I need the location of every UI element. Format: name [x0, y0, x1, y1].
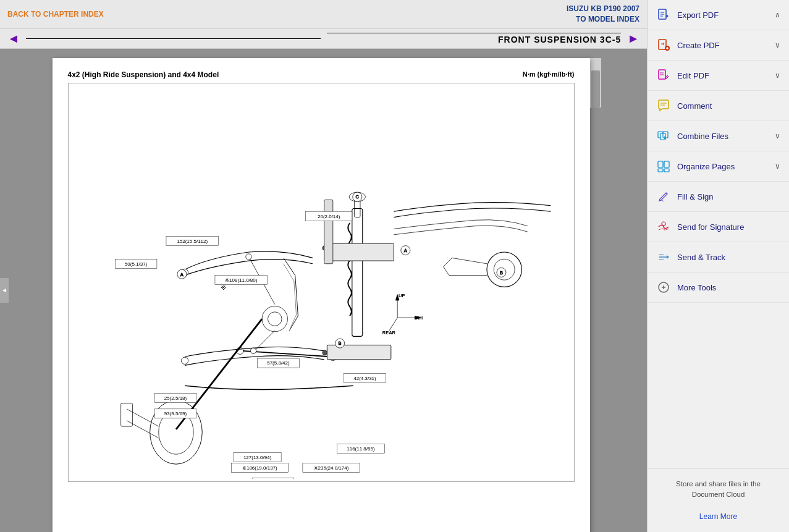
edit-pdf-chevron: ∨	[775, 71, 780, 80]
send-signature-item[interactable]: Send for Signature	[648, 212, 789, 242]
document-page: 4x2 (High Ride Suspension) and 4x4 Model…	[53, 58, 590, 532]
learn-more-link[interactable]: Learn More	[699, 512, 737, 521]
vertical-scrollbar[interactable]	[590, 58, 601, 108]
comment-label: Comment	[677, 101, 780, 111]
model-index: ISUZU KB P190 2007 TO MODEL INDEX	[567, 4, 639, 25]
svg-rect-108	[658, 161, 663, 167]
send-signature-label: Send for Signature	[677, 222, 780, 232]
svg-rect-109	[664, 161, 669, 167]
scrollbar-thumb[interactable]	[591, 70, 600, 108]
svg-rect-0	[69, 95, 574, 467]
more-tools-item[interactable]: More Tools	[648, 272, 789, 303]
svg-point-21	[245, 253, 251, 259]
svg-rect-110	[658, 169, 663, 172]
svg-text:20(2.0/14): 20(2.0/14)	[318, 213, 340, 219]
svg-text:※186(19.0/137): ※186(19.0/137)	[242, 465, 277, 470]
svg-text:※: ※	[221, 284, 226, 291]
send-track-item[interactable]: Send & Track	[648, 242, 789, 272]
top-bar: BACK TO CHAPTER INDEX ISUZU KB P190 2007…	[0, 0, 647, 29]
nav-bar: ◄ FRONT SUSPENSION 3C-5 ►	[0, 29, 647, 49]
svg-point-24	[322, 350, 327, 355]
svg-text:42(4.3/31): 42(4.3/31)	[353, 375, 376, 381]
svg-text:50(5.1/37): 50(5.1/37)	[124, 261, 147, 266]
svg-text:25(2.5/18): 25(2.5/18)	[164, 395, 187, 400]
svg-text:152(15.5/112): 152(15.5/112)	[177, 239, 208, 244]
fill-sign-item[interactable]: Fill & Sign	[648, 182, 789, 212]
create-pdf-icon	[656, 38, 671, 53]
edit-pdf-item[interactable]: Edit PDF ∨	[648, 61, 789, 91]
fill-sign-icon	[656, 189, 671, 204]
next-page-button[interactable]: ►	[627, 32, 639, 46]
document-area: ◄ 4x2 (High Ride Suspension) and 4x4 Mod…	[0, 49, 647, 532]
more-tools-icon	[656, 280, 671, 295]
combine-files-icon	[656, 129, 671, 143]
svg-text:A: A	[180, 271, 183, 277]
svg-marker-113	[667, 255, 669, 259]
create-pdf-label: Create PDF	[677, 41, 769, 50]
svg-text:UP: UP	[399, 293, 405, 298]
svg-rect-18	[327, 345, 390, 360]
organize-pages-icon	[656, 159, 671, 174]
svg-rect-27	[324, 200, 332, 263]
footer-text: Store and share files in the Document Cl…	[656, 479, 780, 500]
export-pdf-item[interactable]: Export PDF ∧	[648, 0, 789, 30]
svg-rect-111	[664, 169, 669, 172]
svg-point-22	[250, 348, 256, 353]
svg-text:57(5.8/42): 57(5.8/42)	[267, 360, 290, 366]
svg-text:※108(11.0/80): ※108(11.0/80)	[225, 277, 258, 283]
svg-text:REAR: REAR	[382, 330, 395, 336]
prev-page-button[interactable]: ◄	[7, 32, 20, 46]
create-pdf-item[interactable]: Create PDF ∨	[648, 30, 789, 61]
doc-subtitle: 4x2 (High Ride Suspension) and 4x4 Model…	[68, 70, 575, 79]
right-tools-panel: Export PDF ∧ Create PDF ∨ Edit P	[647, 0, 789, 532]
svg-text:RH: RH	[416, 315, 423, 321]
page-title: FRONT SUSPENSION 3C-5	[327, 33, 622, 44]
nav-divider	[26, 38, 321, 39]
left-panel-toggle[interactable]: ◄	[0, 278, 9, 303]
svg-text:116(11.8/85): 116(11.8/85)	[347, 445, 375, 451]
svg-text:93(9.5/69): 93(9.5/69)	[164, 411, 187, 416]
fill-sign-label: Fill & Sign	[677, 192, 780, 201]
comment-item[interactable]: Comment	[648, 91, 789, 121]
svg-text:※235(24.0/174): ※235(24.0/174)	[313, 465, 348, 470]
export-pdf-chevron: ∧	[775, 11, 780, 19]
svg-text:B: B	[499, 269, 502, 275]
edit-pdf-icon	[656, 68, 671, 83]
export-pdf-label: Export PDF	[677, 11, 769, 20]
organize-pages-item[interactable]: Organize Pages ∨	[648, 151, 789, 182]
create-pdf-chevron: ∨	[775, 41, 780, 49]
svg-text:C: C	[355, 194, 359, 200]
edit-pdf-label: Edit PDF	[677, 71, 769, 80]
send-signature-icon	[656, 219, 671, 234]
organize-pages-label: Organize Pages	[677, 162, 769, 171]
send-track-icon	[656, 250, 671, 264]
back-to-chapter-link[interactable]: BACK TO CHAPTER INDEX	[7, 10, 104, 19]
svg-text:127(13.0/94): 127(13.0/94)	[243, 454, 271, 460]
svg-text:B: B	[338, 340, 341, 346]
panel-footer: Store and share files in the Document Cl…	[648, 468, 789, 532]
export-pdf-icon	[656, 7, 671, 22]
svg-rect-17	[324, 243, 394, 260]
organize-pages-chevron: ∨	[775, 162, 780, 171]
svg-rect-80	[252, 478, 294, 478]
combine-files-label: Combine Files	[677, 132, 769, 141]
combine-files-item[interactable]: Combine Files ∨	[648, 121, 789, 151]
more-tools-label: More Tools	[677, 283, 780, 292]
svg-text:A: A	[403, 248, 407, 253]
send-track-label: Send & Track	[677, 253, 780, 262]
svg-point-26	[181, 357, 188, 364]
combine-files-chevron: ∨	[775, 132, 780, 140]
comment-icon	[656, 98, 671, 113]
diagram-container: A B C A B	[68, 83, 575, 482]
svg-point-112	[662, 222, 665, 226]
